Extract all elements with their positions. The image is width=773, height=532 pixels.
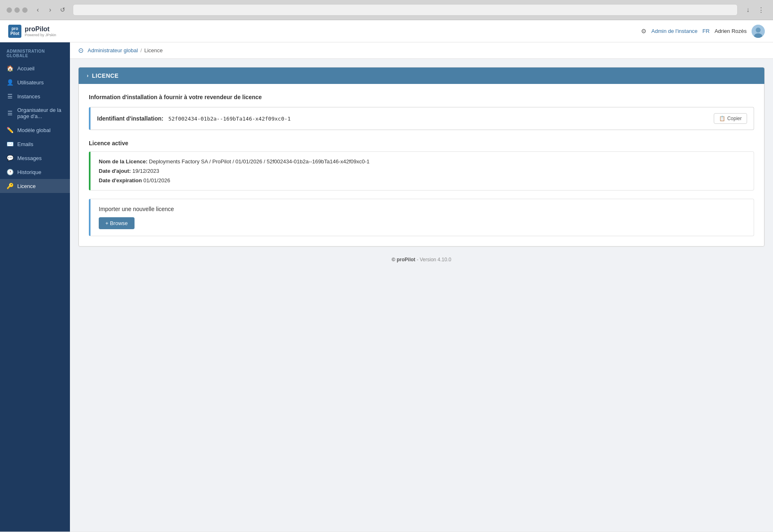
breadcrumb-separator: / bbox=[140, 47, 142, 53]
sidebar-item-organisateur[interactable]: ☰ Organisateur de la page d'a... bbox=[0, 103, 70, 123]
app-body: ADMINISTRATION GLOBALE 🏠 Accueil 👤 Utili… bbox=[0, 42, 773, 532]
install-id-label: Identifiant d'installation: bbox=[97, 115, 163, 122]
browser-menu-button[interactable]: ⋮ bbox=[756, 5, 766, 15]
app-logo-sub: Powered by JPskin bbox=[25, 33, 56, 37]
breadcrumb: ⊙ Administrateur global / Licence bbox=[70, 42, 773, 59]
back-button[interactable]: ⊙ bbox=[78, 46, 84, 54]
date-ajout-value: 19/12/2023 bbox=[132, 168, 159, 174]
sidebar-item-instances[interactable]: ☰ Instances bbox=[0, 89, 70, 103]
browse-button[interactable]: + Browse bbox=[99, 217, 135, 229]
history-icon: 🕐 bbox=[7, 169, 13, 175]
section-title: LICENCE bbox=[92, 72, 119, 79]
browser-dots bbox=[7, 7, 28, 13]
browser-download-button[interactable]: ↓ bbox=[743, 5, 753, 15]
language-selector[interactable]: FR bbox=[703, 28, 710, 34]
main-content: ⊙ Administrateur global / Licence › LICE… bbox=[70, 42, 773, 532]
copy-icon: 📋 bbox=[719, 116, 725, 121]
sidebar-label-utilisateurs: Utilisateurs bbox=[17, 79, 44, 86]
sidebar-item-licence[interactable]: 🔑 Licence bbox=[0, 179, 70, 193]
import-card: Importer une nouvelle licence + Browse bbox=[89, 199, 754, 236]
app-header: proPilot proPilot Powered by JPskin ⚙ Ad… bbox=[0, 20, 773, 42]
key-icon: 🔑 bbox=[7, 183, 13, 189]
date-expiration-value: 01/01/2026 bbox=[144, 177, 170, 184]
svg-point-1 bbox=[756, 28, 761, 33]
home-icon: 🏠 bbox=[7, 65, 13, 72]
browser-refresh-button[interactable]: ↺ bbox=[57, 5, 68, 15]
browser-dot-2 bbox=[14, 7, 20, 13]
browser-actions: ↓ ⋮ bbox=[743, 5, 766, 15]
app-logo-text: proPilot bbox=[25, 26, 49, 33]
date-ajout-label: Date d'ajout: bbox=[99, 168, 131, 174]
footer-version: - Version 4.10.0 bbox=[417, 257, 451, 263]
install-id-box: Identifiant d'installation: 52f002434-01… bbox=[89, 107, 754, 130]
browse-button-label: + Browse bbox=[105, 220, 128, 226]
licence-name-value: Deployments Factory SA / ProPilot / 01/0… bbox=[149, 158, 369, 165]
sidebar: ADMINISTRATION GLOBALE 🏠 Accueil 👤 Utili… bbox=[0, 42, 70, 532]
browser-chrome: ‹ › ↺ ↓ ⋮ bbox=[0, 0, 773, 20]
username-label: Adrien Rozès bbox=[715, 28, 747, 34]
sidebar-label-modele-global: Modèle global bbox=[17, 127, 51, 133]
import-title: Importer une nouvelle licence bbox=[99, 206, 745, 212]
footer-brand: © proPilot bbox=[392, 257, 416, 263]
copy-button-label: Copier bbox=[727, 116, 742, 121]
browser-forward-button[interactable]: › bbox=[45, 5, 56, 15]
browser-addressbar[interactable] bbox=[73, 4, 738, 16]
sidebar-item-emails[interactable]: ✉️ Emails bbox=[0, 137, 70, 151]
sidebar-item-modele-global[interactable]: ✏️ Modèle global bbox=[0, 123, 70, 137]
licence-date-expiration-field: Date d'expiration 01/01/2026 bbox=[99, 177, 745, 184]
licence-card: Nom de la Licence: Deployments Factory S… bbox=[89, 151, 754, 190]
browser-back-button[interactable]: ‹ bbox=[32, 5, 43, 15]
section-header: › LICENCE bbox=[79, 67, 764, 84]
section-body: Information d'installation à fournir à v… bbox=[79, 84, 764, 246]
breadcrumb-parent-link[interactable]: Administrateur global bbox=[88, 47, 138, 53]
app-header-right: ⚙ Admin de l'instance FR Adrien Rozès bbox=[641, 25, 765, 38]
browser-dot-1 bbox=[7, 7, 12, 13]
breadcrumb-current: Licence bbox=[144, 47, 163, 53]
page-content: › LICENCE Information d'installation à f… bbox=[70, 59, 773, 281]
copy-button[interactable]: 📋 Copier bbox=[714, 113, 747, 124]
sidebar-label-licence: Licence bbox=[17, 183, 36, 189]
sidebar-item-historique[interactable]: 🕐 Historique bbox=[0, 165, 70, 179]
sidebar-label-emails: Emails bbox=[17, 141, 33, 147]
browser-nav: ‹ › ↺ bbox=[32, 5, 68, 15]
sidebar-item-messages[interactable]: 💬 Messages bbox=[0, 151, 70, 165]
gear-icon[interactable]: ⚙ bbox=[641, 28, 646, 35]
install-info-title: Information d'installation à fournir à v… bbox=[89, 94, 754, 100]
licence-active-title: Licence active bbox=[89, 140, 754, 146]
sidebar-label-messages: Messages bbox=[17, 155, 42, 161]
email-icon: ✉️ bbox=[7, 141, 13, 147]
browser-dot-3 bbox=[22, 7, 28, 13]
edit-icon: ✏️ bbox=[7, 127, 13, 133]
date-expiration-label: Date d'expiration bbox=[99, 177, 142, 184]
licence-name-field: Nom de la Licence: Deployments Factory S… bbox=[99, 158, 745, 165]
licence-date-ajout-field: Date d'ajout: 19/12/2023 bbox=[99, 168, 745, 174]
app-logo: proPilot proPilot Powered by JPskin bbox=[8, 25, 56, 38]
page-footer: © proPilot - Version 4.10.0 bbox=[78, 247, 765, 272]
licence-section: › LICENCE Information d'installation à f… bbox=[78, 67, 765, 247]
propilot-logo-icon: proPilot bbox=[8, 25, 21, 38]
sidebar-item-utilisateurs[interactable]: 👤 Utilisateurs bbox=[0, 75, 70, 89]
user-icon: 👤 bbox=[7, 79, 13, 86]
chevron-right-icon: › bbox=[87, 73, 89, 79]
app-wrapper: proPilot proPilot Powered by JPskin ⚙ Ad… bbox=[0, 20, 773, 532]
admin-instance-link[interactable]: Admin de l'instance bbox=[651, 28, 697, 34]
org-icon: ☰ bbox=[7, 110, 13, 116]
messages-icon: 💬 bbox=[7, 155, 13, 161]
sidebar-label-instances: Instances bbox=[17, 93, 40, 100]
app-logo-text-wrapper: proPilot Powered by JPskin bbox=[25, 26, 56, 37]
user-avatar[interactable] bbox=[752, 25, 765, 38]
sidebar-item-accueil[interactable]: 🏠 Accueil bbox=[0, 61, 70, 75]
sidebar-label-organisateur: Organisateur de la page d'a... bbox=[17, 107, 63, 119]
sidebar-label-historique: Historique bbox=[17, 169, 42, 175]
licence-name-label: Nom de la Licence: bbox=[99, 158, 147, 165]
sidebar-section-label: ADMINISTRATION GLOBALE bbox=[0, 42, 70, 61]
install-id-value: 52f002434-01b2a--169bTa146-x42f09xc0-1 bbox=[168, 116, 708, 122]
list-icon: ☰ bbox=[7, 93, 13, 100]
sidebar-label-accueil: Accueil bbox=[17, 65, 35, 72]
